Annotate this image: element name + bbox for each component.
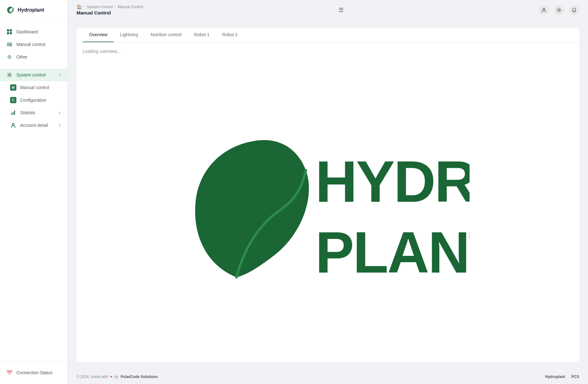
sidebar-item-statistic[interactable]: Statistic ∨ [0,106,67,119]
sidebar-item-dashboard[interactable]: Dashboard [0,25,67,38]
dashboard-icon [6,29,13,35]
svg-rect-13 [11,113,12,115]
sidebar-statistic-label: Statistic [20,110,36,115]
loading-text: Loading overview... [83,49,121,54]
tab-nutrition[interactable]: Nutrition control [144,28,188,42]
sidebar-config-label: Configuration [20,98,46,103]
sidebar-item-configuration[interactable]: C Configuration [0,94,67,106]
footer-brand-1: Hydroplant [545,375,565,379]
svg-rect-1 [10,29,12,31]
wifi-icon [6,370,13,376]
manual-badge: M [10,84,16,91]
svg-point-18 [558,9,560,11]
svg-point-7 [10,45,12,46]
svg-point-12 [9,74,10,76]
other-icon [6,54,13,60]
main-area: 🏠 / System-Control / Manual Control Manu… [68,0,588,384]
topbar-actions [539,5,579,15]
hydroplant-big-logo: HYDRO PLANT [186,133,470,284]
account-chevron: ∨ [58,123,61,127]
svg-point-9 [9,55,10,56]
svg-text:PLANT: PLANT [315,220,470,284]
settings-icon-button[interactable] [554,5,564,15]
footer-heart: ♥ [110,375,112,379]
hamburger-button[interactable]: ☰ [337,5,345,15]
svg-point-8 [8,56,9,58]
manual-icon [6,41,13,48]
sidebar-divider-1 [0,66,67,66]
svg-rect-0 [7,29,9,31]
sidebar-logo[interactable]: Hydroplant [0,0,67,20]
svg-point-11 [9,58,10,59]
home-icon[interactable]: 🏠 [77,4,82,9]
sidebar-manual-sub-label: Manual control [20,85,49,90]
topbar-center: ☰ [337,5,345,15]
footer: © 2024, made with ♥ by PolarCode Solutio… [68,370,588,384]
logo-container: HYDRO PLANT [83,60,573,356]
tab-robot1[interactable]: Robot 1 [188,28,216,42]
logo-icon [6,6,15,14]
svg-point-10 [10,56,11,58]
sidebar-item-connection[interactable]: Connection Status [0,366,67,379]
app-name: Hydroplant [18,7,44,13]
statistic-icon [10,110,16,116]
sidebar-item-system-control[interactable]: System control ∧ [0,69,67,81]
sidebar: Hydroplant Dashboard [0,0,68,384]
breadcrumb-sep-2: / [115,5,116,9]
footer-company: PolarCode Solutions [121,375,158,379]
svg-rect-15 [14,110,15,115]
system-control-chevron: ∧ [58,73,61,77]
sidebar-nav: Dashboard Manual control [0,20,67,361]
sidebar-manual-label: Manual control [16,42,45,47]
tab-robot2[interactable]: Robot 2 [216,28,244,42]
footer-right: Hydroplant PCS [545,375,579,379]
card-body: Loading overview... HYDRO [77,42,579,362]
svg-rect-3 [10,32,12,34]
sidebar-system-label: System control [16,72,46,77]
user-icon-button[interactable] [539,5,549,15]
tab-lightning[interactable]: Lightning [114,28,144,42]
svg-text:HYDRO: HYDRO [315,149,470,214]
sidebar-item-account[interactable]: Account detail ∨ [0,119,67,132]
bell-icon-button[interactable] [569,5,579,15]
sidebar-dashboard-label: Dashboard [16,29,38,34]
page-title: Manual Control [77,10,143,15]
sidebar-item-manual[interactable]: Manual control [0,38,67,51]
sidebar-other-label: Other [16,54,27,59]
footer-copy: © 2024, made with [77,375,108,379]
breadcrumb-parent[interactable]: System-Control [87,5,113,9]
svg-point-17 [543,8,545,10]
footer-by: by [114,375,118,379]
connection-status-label: Connection Status [16,370,52,375]
svg-rect-2 [7,32,9,34]
statistic-chevron: ∨ [58,110,61,115]
config-badge: C [10,97,16,103]
breadcrumb-current: Manual Control [117,5,143,9]
topbar: 🏠 / System-Control / Manual Control Manu… [68,0,588,20]
content-area: Overview Lightning Nutrition control Rob… [68,20,588,370]
system-control-icon [6,72,13,78]
sidebar-item-manual-sub[interactable]: M Manual control [0,81,67,94]
main-card: Overview Lightning Nutrition control Rob… [77,28,579,362]
account-icon [10,122,16,128]
footer-brand-2: PCS [571,375,579,379]
svg-point-16 [12,123,14,125]
tab-overview[interactable]: Overview [83,28,114,42]
breadcrumb-sep-1: / [84,5,85,9]
svg-rect-14 [13,112,14,115]
sidebar-item-other[interactable]: Other [0,51,67,63]
footer-left: © 2024, made with ♥ by PolarCode Solutio… [77,375,158,379]
sidebar-account-label: Account detail [20,123,48,128]
breadcrumb-path: 🏠 / System-Control / Manual Control [77,4,143,9]
tabs-bar: Overview Lightning Nutrition control Rob… [77,28,579,42]
breadcrumb: 🏠 / System-Control / Manual Control Manu… [77,4,143,15]
sidebar-bottom: Connection Status [0,361,67,384]
